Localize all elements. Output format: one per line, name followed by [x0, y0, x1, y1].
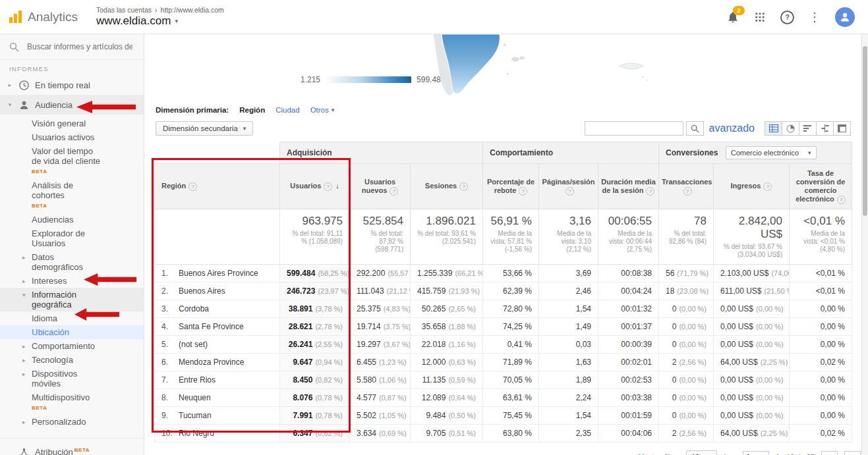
column-header-tasa-de-conversion-de-comercio-electronico[interactable]: Tasa de conversión de comercio electróni…	[790, 164, 852, 209]
column-header-region[interactable]: Región?	[155, 164, 280, 209]
sidebar-item-explorador-de-usuarios[interactable]: Explorador de Usuarios	[0, 227, 144, 250]
column-header-transacciones[interactable]: Transacciones?	[659, 164, 714, 209]
sidebar-item-label: Ubicación	[32, 327, 69, 337]
chevron-right-icon[interactable]: ▸	[22, 253, 26, 263]
view-pivot-button[interactable]	[833, 121, 851, 136]
region-link[interactable]: Buenos Aires	[179, 286, 225, 296]
region-link[interactable]: Rio Negro	[179, 429, 214, 438]
analytics-logo[interactable]: Analytics	[9, 10, 90, 24]
view-comparison-button[interactable]	[816, 121, 834, 136]
sidebar-item-multidispositivo[interactable]: MultidispositivoBETA	[0, 390, 144, 415]
help-icon[interactable]: ?	[188, 182, 197, 191]
rows-per-page-select[interactable]: 10 ▼	[686, 450, 717, 455]
breadcrumb-property-url[interactable]: http://www.eldia.com	[161, 6, 224, 14]
region-link[interactable]: Mendoza Province	[179, 358, 244, 367]
sort-desc-icon[interactable]: ↓	[335, 182, 339, 190]
metric-cell: 19.714(3,75 %)	[350, 318, 411, 336]
sidebar-item-ubicacion[interactable]: Ubicación	[0, 325, 144, 339]
help-icon[interactable]: ?	[837, 196, 846, 204]
metric-cell: 56(71,79 %)	[659, 265, 714, 282]
summary-value: 3,16	[546, 215, 591, 228]
sidebar-item-idioma[interactable]: Idioma	[0, 311, 144, 325]
secondary-dimension-button[interactable]: Dimensión secundaria ▾	[156, 121, 253, 136]
column-header-porcentaje-de-rebote[interactable]: Porcentaje de rebote?	[483, 164, 539, 209]
sidebar-item-audiencias[interactable]: Audiencias	[0, 213, 144, 227]
dimension-option-region[interactable]: Región	[239, 106, 265, 114]
sidebar-item-datos-demograficos[interactable]: ▸Datos demográficos	[0, 250, 144, 274]
help-icon[interactable]: ?	[683, 187, 692, 196]
table-body: 1.Buenos Aires Province599.484(58,25 %)2…	[155, 265, 852, 442]
sidebar-item-label: Idioma	[32, 313, 57, 323]
help-icon[interactable]: ?	[763, 182, 772, 191]
column-header-duracion-media-de-la-sesion[interactable]: Duración media de la sesión?	[598, 164, 659, 209]
view-table-button[interactable]	[765, 121, 782, 136]
sidebar-item-personalizado[interactable]: ▸Personalizado	[0, 415, 144, 429]
sidebar-item-vision-general[interactable]: Visión general	[0, 117, 144, 130]
help-button[interactable]: ?	[780, 11, 794, 24]
metric-cell: 0,00 US$(0,00 %)	[714, 371, 790, 389]
sidebar-search[interactable]	[0, 34, 144, 60]
sidebar-item-dispositivos-moviles[interactable]: ▸Dispositivos móviles	[0, 367, 144, 390]
region-link[interactable]: Buenos Aires Province	[179, 269, 258, 278]
notifications-button[interactable]: 2	[726, 11, 739, 24]
region-link[interactable]: Santa Fe Province	[179, 322, 244, 331]
avatar[interactable]	[835, 7, 855, 27]
help-icon[interactable]: ?	[565, 187, 574, 196]
sidebar-item-informacion-geografica[interactable]: ▾Información geográfica	[0, 288, 144, 311]
dimension-option-ciudad[interactable]: Ciudad	[275, 106, 299, 114]
region-link[interactable]: Tucuman	[179, 411, 212, 420]
scrollbar-thumb[interactable]	[863, 46, 867, 216]
region-cell: 2.Buenos Aires	[155, 282, 280, 300]
summary-cell: 963.975% del total: 91,11 % (1.058.089)	[280, 209, 350, 265]
sidebar-item-atribucion[interactable]: AtribuciónBETA	[0, 442, 144, 455]
sidebar-item-label: Audiencias	[32, 215, 74, 225]
chevron-down-icon[interactable]: ▾	[22, 290, 26, 300]
chevron-right-icon[interactable]: ▸	[22, 277, 26, 286]
region-link[interactable]: (not set)	[179, 340, 208, 349]
sidebar-item-tecnologia[interactable]: ▸Tecnología	[0, 353, 144, 367]
region-link[interactable]: Cordoba	[179, 304, 209, 313]
sidebar-item-usuarios-activos[interactable]: Usuarios activos	[0, 130, 144, 144]
column-header-ingresos[interactable]: Ingresos?	[714, 164, 790, 209]
chevron-right-icon[interactable]: ▸	[22, 369, 26, 379]
help-icon[interactable]: ?	[519, 187, 527, 196]
sidebar-item-intereses[interactable]: ▸Intereses	[0, 274, 144, 288]
dimension-option-otros[interactable]: Otros ▾	[310, 106, 335, 114]
more-menu-button[interactable]: ⋮	[809, 10, 821, 24]
column-header-paginas-sesion[interactable]: Páginas/sesión?	[539, 164, 598, 209]
table-search-input[interactable]	[585, 121, 683, 136]
sidebar-item-valor-del-tiempo-de-vida-del-cliente[interactable]: Valor del tiempo de vida del clienteBETA	[0, 144, 144, 178]
metric-percent: (2,25 %)	[761, 358, 788, 366]
help-icon[interactable]: ?	[459, 182, 468, 191]
chevron-right-icon[interactable]: ▸	[22, 356, 26, 365]
property-selector[interactable]: www.eldia.com ▾	[96, 14, 224, 28]
chevron-right-icon[interactable]: ▸	[22, 342, 26, 352]
help-icon[interactable]: ?	[324, 182, 332, 191]
sidebar-item-en-tiempo-real[interactable]: ▸ En tiempo real	[0, 75, 144, 95]
region-link[interactable]: Neuquen	[179, 393, 211, 402]
sidebar-item-audiencia[interactable]: ▾ Audiencia	[0, 95, 144, 115]
breadcrumb-all-accounts[interactable]: Todas las cuentas	[96, 6, 152, 14]
metric-percent: (0,94 %)	[315, 358, 343, 366]
view-percentage-button[interactable]	[782, 121, 799, 136]
column-header-usuarios-nuevos[interactable]: Usuarios nuevos?	[350, 164, 411, 209]
sidebar-search-input[interactable]	[26, 41, 134, 52]
chevron-right-icon[interactable]: ▸	[22, 417, 26, 427]
help-icon[interactable]: ?	[390, 187, 398, 196]
sidebar-item-analisis-de-cohortes[interactable]: Análisis de cohortesBETA	[0, 178, 144, 213]
previous-page-button[interactable]: ‹	[821, 451, 838, 455]
column-header-usuarios[interactable]: Usuarios?↓	[280, 164, 350, 209]
next-page-button[interactable]: ›	[844, 451, 861, 455]
map-argentina[interactable]	[343, 34, 712, 100]
apps-grid-button[interactable]	[754, 11, 766, 23]
view-performance-button[interactable]	[799, 121, 817, 136]
help-icon[interactable]: ?	[646, 187, 654, 196]
region-link[interactable]: Entre Rios	[179, 375, 216, 385]
vertical-scrollbar[interactable]	[861, 34, 868, 455]
goto-page-input[interactable]	[743, 451, 769, 455]
table-search-button[interactable]	[686, 121, 704, 136]
sidebar-item-comportamiento[interactable]: ▸Comportamiento	[0, 339, 144, 353]
column-header-sesiones[interactable]: Sesiones?	[411, 164, 483, 209]
advanced-search-link[interactable]: avanzado	[709, 122, 755, 134]
conversion-type-select[interactable]: Comercio electrónico ▾	[726, 146, 817, 159]
